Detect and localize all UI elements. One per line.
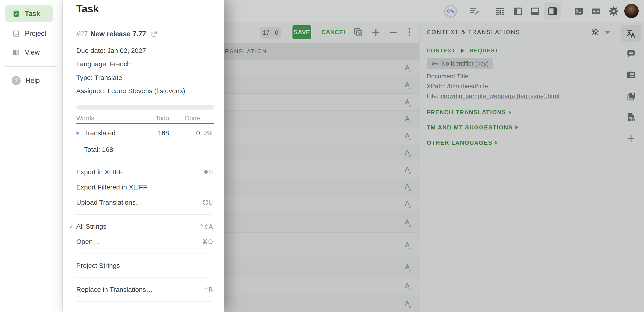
menu-divider [76,277,211,278]
panel-divider [76,161,214,161]
sidebar-item-label: Project [25,30,46,38]
menu-item-shortcut: ^⇧A [198,223,213,230]
crowdin-editor-screen: 0% [0,0,644,312]
sidebar-item-label: Task [25,10,40,18]
task-menu-panel: Task #27 New release 7.77 Due date: Jan … [62,0,224,312]
menu-item-shortcut: ⇧⌘S [198,169,213,176]
project-icon [12,30,20,37]
menu-item-label: Replace in Translations… [76,286,204,293]
words-row-percent: 0% [200,129,212,137]
words-row-translated: Translated 168 0 0% [76,125,214,141]
sidebar-divider [5,66,58,67]
words-table-header: Words Todo Done [76,113,214,124]
task-language: Language: French [76,59,215,69]
task-clipboard-icon [12,10,20,18]
menu-item-label: Project Strings [76,262,213,269]
menu-item-shortcut: ⌘U [202,199,213,206]
task-menu-item[interactable]: ✓ Project Strings [69,258,213,273]
task-menu-item[interactable]: ✓ Upload Translations… ⌘U [69,195,213,210]
translated-dot-icon [76,132,79,135]
words-row-done: 0 [169,129,200,137]
col-done: Done [169,115,200,122]
col-todo: Todo [140,115,169,122]
view-columns-icon [12,49,20,56]
words-row-label: Translated [84,129,116,137]
words-total: Total: 168 [84,143,113,156]
sidebar-item-help[interactable]: ? Help [5,72,53,89]
task-menu: ✓ Export in XLIFF ⇧⌘S ✓ Export Filtered … [63,165,224,306]
task-menu-item[interactable]: ✓ Export in XLIFF ⇧⌘S [69,165,213,180]
task-number: #27 [76,30,88,38]
sidebar-item-label: View [25,48,40,56]
task-menu-item[interactable]: ✓ All Strings ^⇧A [69,219,213,234]
task-assignee: Assignee: Leane Stevens (l.stevens) [76,86,215,96]
sidebar-item-task[interactable]: Task [5,5,53,22]
menu-item-label: Export in XLIFF [76,168,198,176]
task-menu-item[interactable]: ✓ Export Filtered in XLIFF [69,180,213,195]
panel-title: Task [76,3,99,15]
sidebar-item-label: Help [26,77,40,85]
menu-item-label: Export Filtered in XLIFF [76,184,213,191]
menu-item-label: All Strings [76,223,198,230]
task-due-date: Due date: Jan 02, 2027 [76,46,215,56]
help-icon: ? [12,76,20,85]
task-title: New release 7.77 [90,30,146,38]
task-progress-bar [76,105,214,109]
main-sidebar: Task Project View ? Help [0,0,62,312]
task-header-row: #27 New release 7.77 [76,29,158,39]
sidebar-item-project[interactable]: Project [5,25,53,42]
sidebar-item-view[interactable]: View [5,44,53,61]
menu-item-shortcut: ⌘O [202,238,213,245]
menu-item-label: Open… [76,238,202,245]
task-menu-item[interactable]: ✓ Open… ⌘O [69,234,213,249]
external-link-icon[interactable] [150,31,158,38]
menu-item-shortcut: ^R [204,286,213,293]
menu-item-label: Upload Translations… [76,199,202,206]
col-words: Words [76,115,140,122]
words-row-todo: 168 [140,129,169,137]
task-menu-item[interactable]: ✓ Replace in Translations… ^R [69,282,213,297]
menu-divider [76,301,211,302]
menu-divider [76,214,211,215]
task-type: Type: Translate [76,73,215,83]
check-icon: ✓ [69,223,76,230]
